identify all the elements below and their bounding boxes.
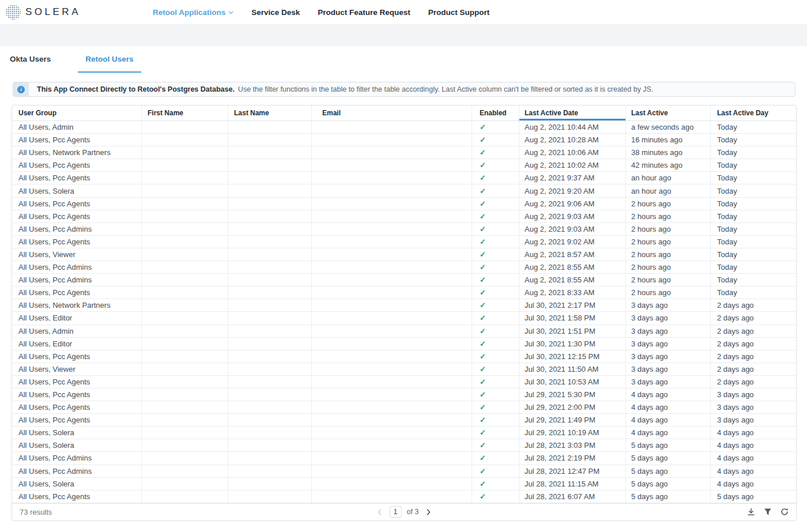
column-header-user-group[interactable]: User Group: [12, 105, 142, 120]
first-name-cell[interactable]: [142, 439, 228, 451]
last-name-cell[interactable]: [228, 223, 312, 235]
first-name-cell[interactable]: [142, 363, 228, 375]
email-cell[interactable]: [312, 210, 472, 222]
column-header-email[interactable]: Email: [312, 105, 472, 120]
last-active-day-cell[interactable]: Today: [711, 184, 796, 197]
last-active-cell[interactable]: 2 hours ago: [626, 274, 711, 286]
column-header-last-active-day[interactable]: Last Active Day: [711, 105, 796, 120]
enabled-cell[interactable]: ✓: [472, 184, 519, 197]
email-cell[interactable]: [312, 286, 472, 299]
last-active-date-cell[interactable]: Jul 29, 2021 1:49 PM: [519, 414, 626, 426]
user-group-cell[interactable]: All Users, Pcc Agents: [12, 350, 142, 363]
user-group-cell[interactable]: All Users, Editor: [12, 312, 142, 324]
last-name-cell[interactable]: [228, 210, 312, 222]
last-name-cell[interactable]: [228, 121, 312, 133]
user-group-cell[interactable]: All Users, Pcc Agents: [12, 172, 142, 184]
enabled-cell[interactable]: ✓: [472, 478, 519, 490]
table-row[interactable]: All Users, Pcc Admins✓Jul 28, 2021 12:47…: [12, 465, 796, 478]
last-active-cell[interactable]: 5 days ago: [626, 465, 711, 477]
first-name-cell[interactable]: [142, 427, 228, 439]
prev-page-button[interactable]: [375, 507, 384, 516]
last-active-date-cell[interactable]: Jul 29, 2021 10:19 AM: [519, 427, 626, 439]
last-active-date-cell[interactable]: Aug 2, 2021 8:57 AM: [519, 248, 626, 261]
last-active-date-cell[interactable]: Aug 2, 2021 9:03 AM: [519, 223, 626, 235]
last-active-cell[interactable]: 2 hours ago: [626, 261, 711, 273]
user-group-cell[interactable]: All Users, Pcc Agents: [12, 414, 142, 426]
user-group-cell[interactable]: All Users, Solera: [12, 478, 142, 490]
table-row[interactable]: All Users, Pcc Agents✓Aug 2, 2021 9:02 A…: [12, 236, 796, 248]
first-name-cell[interactable]: [142, 121, 228, 133]
table-row[interactable]: All Users, Pcc Agents✓Jul 29, 2021 1:49 …: [12, 414, 796, 427]
table-row[interactable]: All Users, Pcc Agents✓Aug 2, 2021 10:02 …: [12, 159, 796, 172]
email-cell[interactable]: [312, 414, 472, 426]
user-group-cell[interactable]: All Users, Viewer: [12, 363, 142, 375]
email-cell[interactable]: [312, 236, 472, 248]
last-active-cell[interactable]: 5 days ago: [626, 452, 711, 464]
tab-retool-users[interactable]: Retool Users: [78, 46, 141, 73]
email-cell[interactable]: [312, 248, 472, 261]
first-name-cell[interactable]: [142, 223, 228, 235]
table-row[interactable]: All Users, Network Partners✓Jul 30, 2021…: [12, 299, 796, 312]
email-cell[interactable]: [312, 376, 472, 388]
last-active-cell[interactable]: 5 days ago: [626, 491, 711, 503]
enabled-cell[interactable]: ✓: [472, 388, 519, 401]
user-group-cell[interactable]: All Users, Pcc Agents: [12, 376, 142, 388]
page-number-input[interactable]: 1: [390, 506, 402, 518]
user-group-cell[interactable]: All Users, Network Partners: [12, 299, 142, 311]
tab-okta-users[interactable]: Okta Users: [10, 46, 51, 73]
last-name-cell[interactable]: [228, 388, 312, 401]
last-active-day-cell[interactable]: Today: [711, 210, 796, 222]
enabled-cell[interactable]: ✓: [472, 427, 519, 439]
last-active-day-cell[interactable]: 2 days ago: [711, 363, 796, 375]
last-name-cell[interactable]: [228, 452, 312, 464]
last-active-cell[interactable]: an hour ago: [626, 184, 711, 197]
last-active-day-cell[interactable]: Today: [711, 223, 796, 235]
last-name-cell[interactable]: [228, 299, 312, 311]
first-name-cell[interactable]: [142, 465, 228, 477]
table-row[interactable]: All Users, Solera✓Aug 2, 2021 9:20 AMan …: [12, 184, 796, 197]
download-button[interactable]: [746, 507, 756, 516]
last-active-date-cell[interactable]: Aug 2, 2021 9:20 AM: [519, 184, 626, 197]
last-active-date-cell[interactable]: Jul 29, 2021 2:00 PM: [519, 401, 626, 413]
user-group-cell[interactable]: All Users, Pcc Agents: [12, 236, 142, 248]
nav-service-desk[interactable]: Service Desk: [251, 8, 300, 17]
last-active-date-cell[interactable]: Aug 2, 2021 8:33 AM: [519, 286, 626, 299]
user-group-cell[interactable]: All Users, Solera: [12, 427, 142, 439]
enabled-cell[interactable]: ✓: [472, 414, 519, 426]
first-name-cell[interactable]: [142, 338, 228, 350]
table-row[interactable]: All Users, Network Partners✓Aug 2, 2021 …: [12, 146, 796, 159]
email-cell[interactable]: [312, 146, 472, 159]
user-group-cell[interactable]: All Users, Pcc Admins: [12, 465, 142, 477]
email-cell[interactable]: [312, 363, 472, 375]
last-active-day-cell[interactable]: Today: [711, 198, 796, 210]
nav-retool-applications[interactable]: Retool Applications: [153, 8, 233, 17]
last-name-cell[interactable]: [228, 134, 312, 146]
first-name-cell[interactable]: [142, 401, 228, 413]
last-active-cell[interactable]: 16 minutes ago: [626, 134, 711, 146]
last-active-day-cell[interactable]: Today: [711, 248, 796, 261]
last-active-cell[interactable]: 4 days ago: [626, 388, 711, 401]
enabled-cell[interactable]: ✓: [472, 121, 519, 133]
last-active-day-cell[interactable]: 4 days ago: [711, 427, 796, 439]
first-name-cell[interactable]: [142, 286, 228, 299]
last-active-cell[interactable]: 3 days ago: [626, 299, 711, 311]
table-row[interactable]: All Users, Admin✓Jul 30, 2021 1:51 PM3 d…: [12, 325, 796, 338]
column-header-first-name[interactable]: First Name: [142, 105, 228, 120]
email-cell[interactable]: [312, 491, 472, 503]
last-name-cell[interactable]: [228, 274, 312, 286]
user-group-cell[interactable]: All Users, Pcc Agents: [12, 401, 142, 413]
last-active-cell[interactable]: 5 days ago: [626, 478, 711, 490]
last-active-date-cell[interactable]: Jul 30, 2021 11:50 AM: [519, 363, 626, 375]
table-row[interactable]: All Users, Admin✓Aug 2, 2021 10:44 AMa f…: [12, 121, 796, 134]
last-name-cell[interactable]: [228, 261, 312, 273]
table-row[interactable]: All Users, Pcc Agents✓Aug 2, 2021 9:03 A…: [12, 210, 796, 223]
table-row[interactable]: All Users, Pcc Agents✓Jul 30, 2021 10:53…: [12, 376, 796, 388]
enabled-cell[interactable]: ✓: [472, 261, 519, 273]
last-name-cell[interactable]: [228, 325, 312, 337]
last-active-day-cell[interactable]: 2 days ago: [711, 312, 796, 324]
last-active-date-cell[interactable]: Aug 2, 2021 9:06 AM: [519, 198, 626, 210]
last-active-day-cell[interactable]: 4 days ago: [711, 439, 796, 451]
last-active-date-cell[interactable]: Jul 30, 2021 1:30 PM: [519, 338, 626, 350]
table-row[interactable]: All Users, Viewer✓Aug 2, 2021 8:57 AM2 h…: [12, 248, 796, 261]
email-cell[interactable]: [312, 223, 472, 235]
